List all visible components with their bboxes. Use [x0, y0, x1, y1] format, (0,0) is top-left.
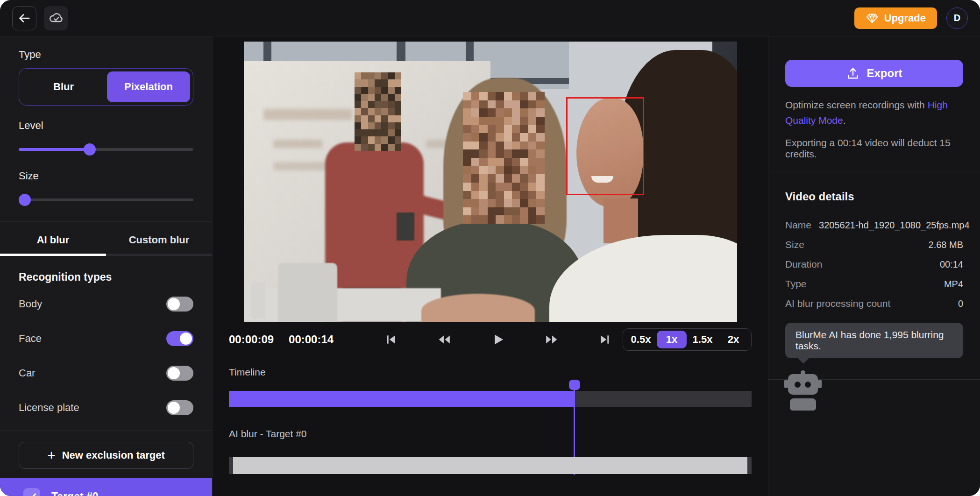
- size-slider[interactable]: [19, 193, 193, 206]
- body-label: Body: [19, 298, 42, 310]
- car-toggle[interactable]: [166, 366, 193, 381]
- timeline-progress-fill: [229, 391, 575, 407]
- timeline-section: Timeline AI blur - Target #0: [229, 367, 752, 475]
- level-slider-handle[interactable]: [84, 143, 96, 156]
- speed-1x[interactable]: 1x: [657, 331, 687, 348]
- target-0-label: Target #0: [51, 490, 99, 496]
- skip-start-icon: [385, 333, 397, 346]
- body-toggle[interactable]: [166, 297, 193, 312]
- cloud-sync-button[interactable]: [44, 6, 68, 30]
- speed-1-5x[interactable]: 1.5x: [688, 331, 717, 348]
- detail-value: 2.68 MB: [929, 240, 963, 250]
- level-label: Level: [19, 120, 193, 132]
- target-selection-box[interactable]: [566, 97, 644, 195]
- blur-track-label: AI blur - Target #0: [229, 428, 307, 439]
- skip-to-end-button[interactable]: [599, 333, 611, 346]
- detail-row-ai-blur-count: AI blur processing count 0: [785, 294, 963, 313]
- size-slider-handle[interactable]: [19, 194, 31, 206]
- fast-forward-button[interactable]: [545, 333, 559, 346]
- recognition-row-car: Car: [19, 359, 193, 387]
- detail-row-name: Name 3205621-hd_1920_1080_25fps.mp4: [785, 215, 963, 235]
- whiteboard-writing: [263, 109, 352, 120]
- robot-eye: [805, 382, 811, 388]
- robot-ear: [784, 380, 788, 388]
- toggle-knob: [168, 367, 180, 379]
- detail-key: Type: [785, 278, 807, 290]
- blur-mode-tabs: AI blur Custom blur: [0, 222, 212, 256]
- play-button[interactable]: [491, 333, 504, 346]
- detail-key: Duration: [785, 259, 822, 270]
- rewind-icon: [437, 333, 451, 346]
- toggle-knob: [168, 298, 180, 310]
- whiteboard-writing: [273, 162, 333, 170]
- level-slider-fill: [19, 148, 89, 151]
- detail-row-size: Size 2.68 MB: [785, 235, 963, 255]
- desk: [244, 288, 441, 322]
- detail-row-duration: Duration 00:14: [785, 255, 963, 274]
- user-avatar[interactable]: D: [946, 7, 968, 29]
- license-plate-label: License plate: [19, 402, 79, 414]
- sidebar-divider: [0, 430, 212, 431]
- export-details-panel: Export Optimize screen recordings with H…: [768, 36, 980, 496]
- video-details-list: Name 3205621-hd_1920_1080_25fps.mp4 Size…: [785, 215, 963, 313]
- target-0-checkbox[interactable]: [23, 488, 40, 496]
- back-arrow-icon: [17, 11, 31, 25]
- blurme-app-window: Upgrade D Type Blur Pixelation Level Siz…: [0, 0, 980, 496]
- rewind-button[interactable]: [437, 333, 451, 346]
- recognition-types-heading: Recognition types: [19, 271, 193, 283]
- face-toggle[interactable]: [166, 331, 193, 346]
- avatar-initial: D: [954, 13, 960, 23]
- tab-ai-blur[interactable]: AI blur: [0, 222, 106, 256]
- export-button[interactable]: Export: [785, 60, 963, 87]
- level-slider[interactable]: [19, 143, 193, 156]
- video-preview[interactable]: [244, 42, 737, 322]
- size-label: Size: [19, 170, 193, 182]
- blur-type-segmented-control: Blur Pixelation: [19, 68, 193, 106]
- skip-to-start-button[interactable]: [385, 333, 397, 346]
- export-label: Export: [866, 67, 902, 80]
- pixelated-face-presenter: [355, 72, 401, 151]
- playback-speed-group: 0.5x 1x 1.5x 2x: [623, 328, 752, 351]
- blur-option[interactable]: Blur: [22, 71, 105, 102]
- bottle: [251, 283, 266, 319]
- new-exclusion-target-button[interactable]: + New exclusion target: [19, 442, 193, 469]
- recognition-row-license-plate: License plate: [19, 394, 193, 422]
- robot-mascot-icon[interactable]: [785, 370, 821, 411]
- fast-forward-icon: [545, 333, 559, 346]
- blur-track-clip[interactable]: [229, 457, 752, 474]
- toggle-knob: [168, 402, 180, 414]
- pixelation-option[interactable]: Pixelation: [107, 71, 190, 102]
- speed-2x[interactable]: 2x: [718, 331, 748, 348]
- pixelated-face-overlay: [463, 92, 544, 224]
- target-0-list-item[interactable]: Target #0: [0, 478, 212, 496]
- face-label: Face: [19, 333, 42, 345]
- woman-blouse: [549, 235, 737, 322]
- robot-ear: [818, 380, 822, 388]
- detail-row-type: Type MP4: [785, 274, 963, 294]
- skip-end-icon: [599, 333, 611, 346]
- detail-value: 3205621-hd_1920_1080_25fps.mp4: [819, 220, 970, 231]
- assistant-tooltip-text: BlurMe AI has done 1,995 blurring tasks.: [795, 329, 944, 351]
- type-label: Type: [19, 49, 193, 61]
- upgrade-button[interactable]: Upgrade: [854, 7, 937, 29]
- gem-icon: [866, 12, 879, 25]
- license-plate-toggle[interactable]: [166, 400, 193, 415]
- woman-neck: [604, 198, 638, 243]
- play-icon: [491, 333, 504, 346]
- detail-key: AI blur processing count: [785, 298, 890, 309]
- preview-area: 00:00:09 00:00:14: [213, 36, 768, 496]
- optimize-note-text: Optimize screen recordings with: [785, 99, 928, 110]
- robot-head: [788, 374, 818, 395]
- detail-key: Size: [785, 239, 804, 250]
- assistant-tooltip: BlurMe AI has done 1,995 blurring tasks.: [785, 323, 963, 358]
- timeline-track[interactable]: [229, 391, 752, 407]
- upgrade-label: Upgrade: [884, 12, 926, 24]
- back-button[interactable]: [12, 6, 36, 30]
- tab-custom-blur[interactable]: Custom blur: [106, 222, 212, 256]
- car-label: Car: [19, 367, 35, 379]
- pinned-photo: [397, 213, 414, 241]
- whiteboard-writing: [273, 140, 323, 148]
- playhead-handle[interactable]: [569, 380, 580, 390]
- robot-eye: [795, 382, 801, 388]
- speed-0-5x[interactable]: 0.5x: [626, 331, 656, 348]
